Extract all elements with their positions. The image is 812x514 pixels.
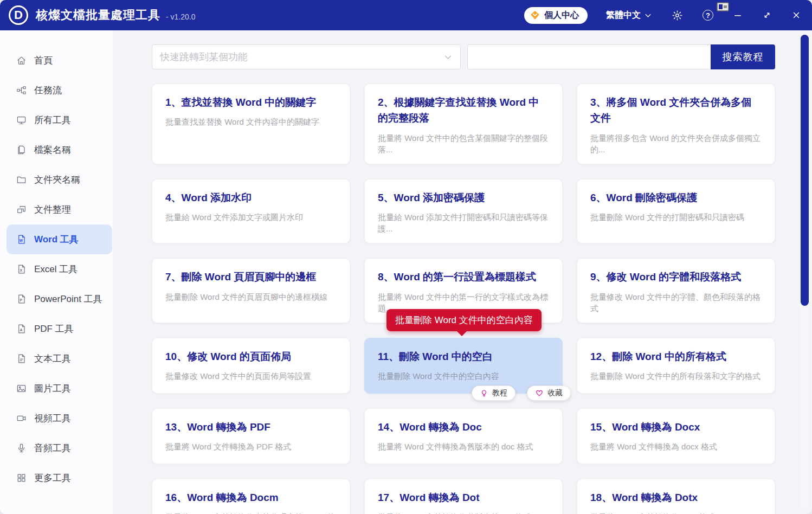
search-tutorial-button[interactable]: 搜索教程 <box>711 44 775 69</box>
tool-card[interactable]: 4、Word 添加水印 批量給 Word 文件添加文字或圖片水印 <box>152 179 350 243</box>
tool-card-description: 批量刪除 Word 文件中的所有段落和文字的格式 <box>590 370 762 382</box>
tool-card[interactable]: 7、刪除 Word 頁眉頁腳中的邊框 批量刪除 Word 文件的頁眉頁腳中的邊框… <box>152 258 350 323</box>
image-icon <box>16 383 27 394</box>
tool-card-description: 批量查找並替換 Word 文件內容中的關鍵字 <box>165 116 337 127</box>
sidebar-item-organize[interactable]: 文件整理 <box>0 195 112 224</box>
tool-card[interactable]: 15、Word 轉換為 Docx 批量將 Word 文件轉換為 docx 格式 <box>577 408 775 464</box>
tool-card-title: 17、Word 轉換為 Dot <box>378 490 549 505</box>
tool-card[interactable]: 9、修改 Word 的字體和段落格式 批量修改 Word 文件中的字體、顏色和段… <box>577 258 775 323</box>
sidebar-item-label: Excel 工具 <box>34 263 78 275</box>
svg-text:A: A <box>20 328 22 332</box>
tool-card-description: 批量將 Word 文件轉換為舊版本的 dot 格式 <box>378 511 549 514</box>
sidebar-item-label: 文件整理 <box>34 203 71 216</box>
settings-gear-icon[interactable] <box>672 10 683 21</box>
sidebar-item-text-doc[interactable]: 文本工具 <box>0 344 112 374</box>
tool-card[interactable]: 5、Word 添加密碼保護 批量給 Word 添加文件打開密碼和只讀密碼等保護.… <box>364 179 563 243</box>
personal-center-button[interactable]: 個人中心 <box>524 7 588 24</box>
sidebar-item-label: 更多工具 <box>34 472 71 484</box>
sidebar-item-word-doc[interactable]: W Word 工具 <box>7 224 112 254</box>
language-selector[interactable]: 繁體中文 <box>606 10 652 21</box>
floating-window-cursor-icon <box>717 2 729 14</box>
tool-card-description: 批量給 Word 添加文件打開密碼和只讀密碼等保護... <box>378 211 549 234</box>
tool-card[interactable]: 12、刪除 Word 中的所有格式 批量刪除 Word 文件中的所有段落和文字的… <box>577 338 775 394</box>
tool-card-title: 10、修改 Word 的頁面佈局 <box>165 349 337 364</box>
tool-card-title: 16、Word 轉換為 Docm <box>165 490 337 505</box>
sidebar-item-video[interactable]: 視頻工具 <box>0 403 112 433</box>
app-title: 核燦文檔批量處理工具 <box>36 7 160 23</box>
chevron-down-icon <box>644 11 652 20</box>
sidebar-item-workflow[interactable]: 任務流 <box>0 75 112 105</box>
minimize-button[interactable] <box>733 10 743 20</box>
tool-card-title: 13、Word 轉換為 PDF <box>165 419 337 435</box>
sidebar-item-more-grid[interactable]: 更多工具 <box>0 463 112 493</box>
sidebar-item-home[interactable]: 首頁 <box>0 46 112 75</box>
quick-jump-select[interactable] <box>152 44 461 69</box>
tool-card-description: 批量將 Word 文件轉換為支持代碼宏的 docm 格式 <box>165 511 337 514</box>
tool-card-title: 2、根據關鍵字查找並替換 Word 中的完整段落 <box>378 94 549 126</box>
sidebar-item-excel-doc[interactable]: X Excel 工具 <box>0 254 112 284</box>
scrollbar-thumb[interactable] <box>801 35 809 306</box>
text-doc-icon <box>16 354 27 364</box>
quick-jump-input[interactable] <box>152 45 460 69</box>
sidebar-item-audio[interactable]: 音頻工具 <box>0 433 112 463</box>
search-row: 搜索教程 <box>152 44 775 69</box>
sidebar-item-monitor[interactable]: 所有工具 <box>0 105 112 135</box>
tool-card[interactable]: 17、Word 轉換為 Dot 批量將 Word 文件轉換為舊版本的 dot 格… <box>364 479 563 514</box>
tool-card-title: 3、將多個 Word 文件夾合併為多個文件 <box>590 94 762 126</box>
favorite-button-label: 收藏 <box>547 388 563 398</box>
sidebar-item-label: 圖片工具 <box>34 382 71 395</box>
help-icon[interactable]: ? <box>703 10 713 21</box>
sidebar-item-file-name[interactable]: 檔案名稱 <box>0 135 112 165</box>
sidebar-item-folder[interactable]: 文件夾名稱 <box>0 165 112 195</box>
tool-card-title: 14、Word 轉換為 Doc <box>378 419 549 435</box>
tool-card-title: 18、Word 轉換為 Dotx <box>590 490 762 505</box>
chevron-down-icon <box>443 53 453 62</box>
tool-tooltip: 批量刪除 Word 文件中的空白內容 <box>386 309 542 331</box>
card-action-buttons: 教程 收藏 <box>472 386 571 401</box>
sidebar-item-label: 所有工具 <box>34 114 71 126</box>
tutorial-button-label: 教程 <box>492 388 507 398</box>
tutorial-search-input[interactable] <box>467 44 711 69</box>
sidebar-item-label: PDF 工具 <box>34 323 74 335</box>
sidebar-item-label: Word 工具 <box>34 233 79 246</box>
tool-card-title: 15、Word 轉換為 Docx <box>590 419 762 435</box>
sidebar-item-label: 首頁 <box>34 54 53 67</box>
vip-diamond-icon <box>530 10 540 21</box>
tool-card[interactable]: 16、Word 轉換為 Docm 批量將 Word 文件轉換為支持代碼宏的 do… <box>152 479 350 514</box>
tool-card-title: 1、查找並替換 Word 中的關鍵字 <box>165 94 337 110</box>
tool-card[interactable]: 3、將多個 Word 文件夾合併為多個文件 批量將很多包含 Word 的文件夾合… <box>577 83 775 164</box>
sidebar-item-label: 任務流 <box>34 84 62 97</box>
organize-icon <box>16 204 27 215</box>
maximize-button[interactable] <box>762 10 772 20</box>
tool-card-description: 批量刪除 Word 文件的打開密碼和只讀密碼 <box>590 211 762 223</box>
tool-card[interactable]: 10、修改 Word 的頁面佈局 批量修改 Word 文件中的頁面佈局等設置 <box>152 338 350 394</box>
folder-icon <box>16 175 27 185</box>
tool-card-description: 批量修改 Word 文件中的字體、顏色和段落的格式 <box>590 291 762 314</box>
sidebar-item-image[interactable]: 圖片工具 <box>0 374 112 403</box>
tool-card[interactable]: 18、Word 轉換為 Dotx 批量將 Word 文件轉換為 dotx 格式 <box>577 479 775 514</box>
tool-card[interactable]: 6、Word 刪除密碼保護 批量刪除 Word 文件的打開密碼和只讀密碼 <box>577 179 775 243</box>
sidebar-item-label: 音頻工具 <box>34 442 71 454</box>
tool-card[interactable]: 14、Word 轉換為 Doc 批量將 Word 文件轉換為舊版本的 doc 格… <box>364 408 563 464</box>
app-version: - v1.20.0 <box>166 12 195 21</box>
tool-card[interactable]: 11、刪除 Word 中的空白 批量刪除 Word 文件中的空白內容 批量刪除 … <box>364 338 563 394</box>
monitor-icon <box>16 115 27 126</box>
tool-card-description: 批量刪除 Word 文件的頁眉頁腳中的邊框橫線 <box>165 291 337 303</box>
titlebar: D 核燦文檔批量處理工具 - v1.20.0 個人中心 繁體中文 ? <box>0 0 812 30</box>
favorite-button[interactable]: 收藏 <box>527 386 571 401</box>
video-icon <box>16 413 27 424</box>
tutorial-button[interactable]: 教程 <box>472 386 515 401</box>
sidebar-item-pdf-doc[interactable]: A PDF 工具 <box>0 314 112 344</box>
tool-card[interactable]: 2、根據關鍵字查找並替換 Word 中的完整段落 批量將 Word 文件中的包含… <box>364 83 563 164</box>
excel-doc-icon: X <box>16 264 27 275</box>
tool-card-grid: 1、查找並替換 Word 中的關鍵字 批量查找並替換 Word 文件內容中的關鍵… <box>152 83 775 514</box>
tool-card[interactable]: 13、Word 轉換為 PDF 批量將 Word 文件轉換為 PDF 格式 <box>152 408 350 464</box>
tool-card-description: 批量給 Word 文件添加文字或圖片水印 <box>165 211 337 223</box>
tool-card-description: 批量將 Word 文件中的包含某個關鍵字的整個段落... <box>378 132 549 155</box>
tool-card[interactable]: 1、查找並替換 Word 中的關鍵字 批量查找並替換 Word 文件內容中的關鍵… <box>152 83 350 164</box>
scrollbar-track[interactable] <box>800 34 809 511</box>
close-button[interactable] <box>791 10 801 20</box>
language-label: 繁體中文 <box>606 10 641 21</box>
tool-card-title: 7、刪除 Word 頁眉頁腳中的邊框 <box>165 269 337 285</box>
sidebar-item-ppt-doc[interactable]: P PowerPoint 工具 <box>0 284 112 314</box>
